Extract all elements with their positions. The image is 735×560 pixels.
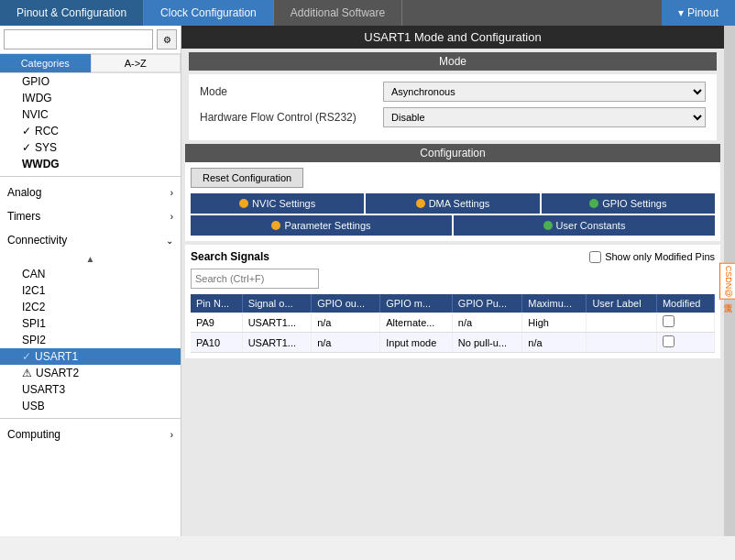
csdn-badge: CSDN@流萤 [719, 262, 735, 300]
sidebar-item-i2c1[interactable]: I2C1 [0, 282, 181, 299]
col-modified: Modified [656, 294, 714, 313]
sidebar-item-usart2[interactable]: ⚠ USART2 [0, 365, 181, 381]
mode-section: Mode Mode Asynchronous Hardware Flow Con… [185, 52, 720, 140]
tab-nvic-settings[interactable]: NVIC Settings [191, 193, 364, 214]
tab-additional-software[interactable]: Additional Software [274, 0, 402, 26]
config-tabs: NVIC Settings DMA Settings GPIO Settings [191, 193, 715, 236]
cell-modified [656, 333, 714, 353]
sidebar-item-usart1[interactable]: ✓ USART1 [0, 348, 181, 365]
config-tab-row-1: NVIC Settings DMA Settings GPIO Settings [191, 193, 715, 214]
sidebar: ⚙ Categories A->Z GPIO IWDG NVIC ✓ RCC ✓… [0, 26, 181, 536]
signals-section: Search Signals Show only Modified Pins P… [185, 245, 720, 358]
show-modified-label: Show only Modified Pins [605, 251, 715, 262]
show-modified-checkbox[interactable] [589, 251, 601, 263]
tab-categories[interactable]: Categories [0, 54, 91, 72]
cell-gpio-m: Alternate... [380, 313, 453, 333]
col-gpio-out: GPIO ou... [312, 294, 380, 313]
top-tab-bar: Pinout & Configuration Clock Configurati… [0, 0, 735, 26]
tab-user-constants[interactable]: User Constants [454, 215, 715, 236]
mode-row-hwflow: Hardware Flow Control (RS232) Disable [200, 107, 706, 127]
tab-parameter-settings[interactable]: Parameter Settings [191, 215, 452, 236]
sidebar-item-i2c2[interactable]: I2C2 [0, 299, 181, 315]
cell-pin: PA10 [191, 333, 242, 353]
signals-search-input[interactable] [191, 269, 319, 289]
cell-max: n/a [522, 333, 587, 353]
tab-pinout[interactable]: ▾ Pinout [662, 0, 735, 26]
sidebar-section-computing[interactable]: Computing › [0, 423, 181, 446]
sidebar-section-analog[interactable]: Analog › [0, 181, 181, 204]
col-gpio-m: GPIO m... [380, 294, 453, 313]
sidebar-section-timers[interactable]: Timers › [0, 204, 181, 228]
signals-table: Pin N... Signal o... GPIO ou... GPIO m..… [191, 294, 715, 353]
sidebar-item-rcc[interactable]: ✓ RCC [0, 123, 181, 139]
cell-pin: PA9 [191, 313, 242, 333]
col-signal: Signal o... [242, 294, 312, 313]
hwflow-label: Hardware Flow Control (RS232) [200, 111, 383, 124]
param-dot [271, 221, 280, 230]
mode-row-mode: Mode Asynchronous [200, 82, 706, 102]
mode-select[interactable]: Asynchronous [383, 82, 706, 102]
cell-max: High [522, 313, 587, 333]
reset-config-button[interactable]: Reset Configuration [191, 168, 303, 188]
divider2 [0, 418, 181, 419]
category-tabs: Categories A->Z [0, 54, 181, 73]
mode-content: Mode Asynchronous Hardware Flow Control … [189, 74, 717, 140]
tab-dma-settings[interactable]: DMA Settings [366, 193, 539, 214]
tab-clock-config[interactable]: Clock Configuration [144, 0, 274, 26]
cell-gpio-out: n/a [312, 313, 380, 333]
cell-signal: USART1... [242, 313, 312, 333]
sidebar-search-input[interactable] [4, 29, 153, 49]
sidebar-item-usb[interactable]: USB [0, 398, 181, 414]
sidebar-settings-button[interactable]: ⚙ [157, 29, 177, 49]
tab-pinout-config[interactable]: Pinout & Configuration [0, 0, 144, 26]
gpio-dot [589, 199, 598, 208]
sidebar-item-sys[interactable]: ✓ SYS [0, 139, 181, 156]
sidebar-item-can[interactable]: CAN [0, 266, 181, 282]
connectivity-children: ▲ CAN I2C1 I2C2 SPI1 SPI2 ✓ USART1 ⚠ [0, 252, 181, 414]
mode-label: Mode [200, 85, 383, 98]
hwflow-select[interactable]: Disable [383, 107, 706, 127]
cell-gpio-pu: n/a [452, 313, 521, 333]
timers-expand-icon: › [170, 212, 173, 222]
sidebar-item-spi2[interactable]: SPI2 [0, 332, 181, 348]
mode-section-title: Mode [189, 52, 717, 71]
analog-expand-icon: › [170, 188, 173, 198]
divider1 [0, 176, 181, 177]
scroll-up-btn: ▲ [0, 252, 181, 266]
dma-dot [416, 199, 425, 208]
cell-modified [656, 313, 714, 333]
userconst-dot [543, 221, 553, 230]
cell-user-label [587, 333, 656, 353]
cell-gpio-out: n/a [312, 333, 380, 353]
sidebar-item-gpio[interactable]: GPIO [0, 73, 181, 90]
sidebar-item-spi1[interactable]: SPI1 [0, 315, 181, 332]
col-pin: Pin N... [191, 294, 242, 313]
col-user-label: User Label [587, 294, 656, 313]
connectivity-expand-icon: ⌄ [166, 236, 173, 246]
cell-signal: USART1... [242, 333, 312, 353]
col-max: Maximu... [522, 294, 587, 313]
table-row: PA10 USART1... n/a Input mode No pull-u.… [191, 333, 715, 353]
content-title: USART1 Mode and Configuration [181, 26, 724, 49]
main-content: USART1 Mode and Configuration Mode Mode … [181, 26, 724, 536]
sidebar-section-connectivity[interactable]: Connectivity ⌄ [0, 228, 181, 252]
col-gpio-pu: GPIO Pu... [452, 294, 521, 313]
sidebar-search-bar: ⚙ [0, 26, 181, 54]
cell-gpio-m: Input mode [380, 333, 453, 353]
show-modified-container: Show only Modified Pins [589, 251, 715, 263]
config-section: Configuration Reset Configuration NVIC S… [185, 144, 720, 241]
sidebar-item-usart3[interactable]: USART3 [0, 381, 181, 398]
usart2-warn-icon: ⚠ [22, 367, 32, 379]
tab-az[interactable]: A->Z [91, 54, 181, 72]
cell-user-label [587, 313, 656, 333]
config-content: Reset Configuration NVIC Settings DMA Se… [185, 162, 720, 241]
right-panel: CSDN@流萤 [724, 26, 735, 536]
tab-gpio-settings[interactable]: GPIO Settings [542, 193, 715, 214]
sidebar-item-iwdg[interactable]: IWDG [0, 90, 181, 106]
table-row: PA9 USART1... n/a Alternate... n/a High [191, 313, 715, 333]
cell-gpio-pu: No pull-u... [452, 333, 521, 353]
sidebar-item-wwdg[interactable]: WWDG [0, 156, 181, 172]
nvic-dot [239, 199, 248, 208]
sidebar-item-nvic[interactable]: NVIC [0, 106, 181, 123]
config-section-title: Configuration [185, 144, 720, 162]
